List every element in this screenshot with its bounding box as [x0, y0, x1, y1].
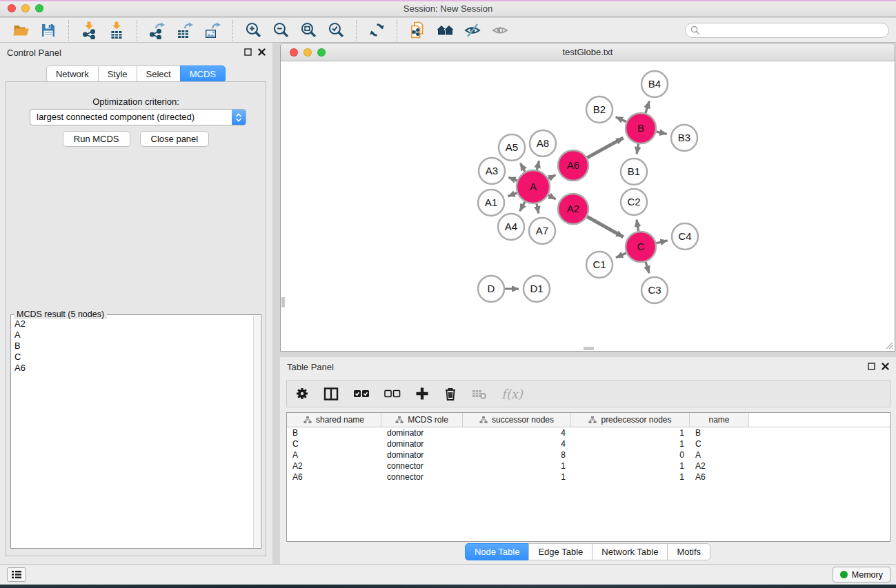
graph-edge-C-C3[interactable] [646, 262, 649, 273]
table-row[interactable]: A2connector11A2 [287, 460, 890, 472]
run-mcds-button[interactable]: Run MCDS [63, 131, 130, 147]
maximize-window-button[interactable] [35, 4, 43, 12]
table-row[interactable]: Adominator80A [287, 449, 890, 460]
tab-select[interactable]: Select [137, 65, 181, 83]
table-cell[interactable]: 1 [571, 439, 690, 449]
delete-column-icon[interactable] [444, 387, 457, 401]
zoom-fit-button[interactable] [297, 20, 319, 41]
table-cell[interactable]: 1 [571, 472, 690, 482]
graph-edge-A2-C[interactable] [587, 216, 624, 237]
tab-motifs[interactable]: Motifs [667, 543, 710, 560]
network-window-titlebar[interactable]: testGlobe.txt [281, 43, 895, 61]
column-header-name[interactable]: name [690, 413, 749, 427]
table-cell[interactable]: connector [381, 461, 463, 471]
export-image-button[interactable] [201, 20, 223, 41]
graph-edge-B-B1[interactable] [637, 144, 638, 154]
mcds-result-item[interactable]: A2 [14, 318, 250, 330]
table-cell[interactable]: A2 [287, 461, 381, 471]
graph-edge-B-B4[interactable] [646, 101, 649, 113]
table-cell[interactable]: B [690, 428, 749, 438]
graph-edge-A-A1[interactable] [508, 193, 517, 196]
resize-grip[interactable] [884, 340, 893, 349]
table-cell[interactable]: A [287, 450, 381, 460]
table-cell[interactable]: dominator [381, 428, 463, 438]
table-cell[interactable]: B [287, 428, 381, 438]
search-box[interactable] [685, 23, 889, 38]
export-network-button[interactable] [146, 20, 168, 41]
open-session-button[interactable] [10, 20, 32, 41]
table-cell[interactable]: A6 [287, 472, 381, 482]
table-cell[interactable]: C [690, 439, 749, 449]
column-header-MCDS-role[interactable]: MCDS role [381, 413, 463, 427]
zoom-selected-button[interactable] [325, 20, 347, 41]
column-layout-icon[interactable] [323, 387, 339, 401]
search-input[interactable] [703, 26, 884, 35]
table-row[interactable]: A6connector11A6 [287, 472, 890, 483]
tab-edge-table[interactable]: Edge Table [528, 543, 593, 560]
table-cell[interactable]: C [287, 439, 381, 449]
optimization-criterion-dropdown[interactable]: largest connected component (directed) [30, 109, 246, 125]
show-task-history-button[interactable] [7, 567, 26, 582]
table-cell[interactable]: 4 [463, 428, 571, 438]
select-all-icon[interactable] [353, 389, 370, 398]
graph-edge-A-A3[interactable] [508, 177, 517, 181]
hide-graphics-details-button[interactable] [461, 20, 484, 41]
float-table-panel-button[interactable] [868, 363, 875, 370]
mcds-result-item[interactable]: A [14, 330, 250, 341]
tab-network[interactable]: Network [46, 65, 99, 83]
save-session-button[interactable] [37, 20, 59, 41]
graph-edge-A-A2[interactable] [548, 195, 556, 199]
table-cell[interactable]: A [690, 450, 749, 460]
mcds-result-item[interactable]: C [14, 352, 250, 363]
column-header-successor-nodes[interactable]: successor nodes [463, 413, 571, 427]
export-table-button[interactable] [174, 20, 196, 41]
float-panel-button[interactable] [244, 48, 252, 56]
table-cell[interactable]: A6 [690, 472, 749, 482]
deselect-all-icon[interactable] [384, 389, 401, 398]
table-cell[interactable]: 8 [463, 450, 571, 460]
graph-edge-A6-B[interactable] [587, 138, 624, 158]
import-network-button[interactable] [78, 20, 100, 41]
graph-edge-A-A6[interactable] [548, 175, 555, 179]
refresh-button[interactable] [366, 20, 388, 41]
first-neighbors-button[interactable] [434, 20, 456, 41]
table-row[interactable]: Bdominator41B [287, 427, 890, 438]
tab-node-table[interactable]: Node Table [465, 543, 530, 560]
table-cell[interactable]: 1 [463, 461, 571, 471]
horizontal-scroll-thumb[interactable] [584, 347, 594, 350]
table-cell[interactable]: 1 [463, 472, 571, 482]
network-minimize-button[interactable] [303, 48, 312, 57]
new-network-from-selection-button[interactable] [406, 20, 428, 41]
zoom-in-button[interactable] [242, 20, 264, 41]
table-cell[interactable]: 4 [463, 439, 571, 449]
function-builder-button[interactable]: f(x) [501, 387, 523, 401]
graph-edge-B-B2[interactable] [616, 117, 626, 122]
tab-mcds[interactable]: MCDS [180, 65, 226, 83]
close-table-panel-button[interactable] [882, 363, 889, 370]
network-canvas[interactable]: AA6A2BCA5A8A3A1A4A7B4B2B3B1C2C4C1C3DD1 [281, 62, 894, 350]
graph-edge-C-C2[interactable] [637, 220, 639, 232]
add-column-icon[interactable] [415, 387, 429, 401]
zoom-out-button[interactable] [270, 20, 292, 41]
table-cell[interactable]: 1 [571, 428, 690, 438]
graph-edge-C-C4[interactable] [656, 241, 667, 243]
close-panel-button-inline[interactable]: Close panel [140, 131, 210, 147]
delete-table-icon[interactable] [472, 388, 487, 400]
table-cell[interactable]: dominator [381, 439, 463, 449]
graph-edge-A-A7[interactable] [537, 204, 539, 214]
table-cell[interactable]: dominator [381, 450, 463, 460]
graph-edge-A-A5[interactable] [520, 163, 525, 172]
table-cell[interactable]: 1 [571, 461, 690, 471]
table-row[interactable]: Cdominator41C [287, 438, 890, 449]
gear-icon[interactable] [295, 387, 309, 401]
mcds-result-item[interactable]: A6 [14, 363, 250, 374]
tab-style[interactable]: Style [98, 65, 137, 83]
mcds-result-item[interactable]: B [14, 341, 250, 352]
network-close-button[interactable] [290, 48, 298, 57]
show-graphics-details-button[interactable] [489, 20, 511, 41]
mcds-result-scrollbar[interactable] [253, 316, 260, 547]
graph-edge-A-A4[interactable] [520, 202, 525, 211]
table-cell[interactable]: connector [381, 472, 463, 482]
import-table-button[interactable] [106, 20, 128, 41]
column-header-predecessor-nodes[interactable]: predecessor nodes [571, 413, 690, 427]
